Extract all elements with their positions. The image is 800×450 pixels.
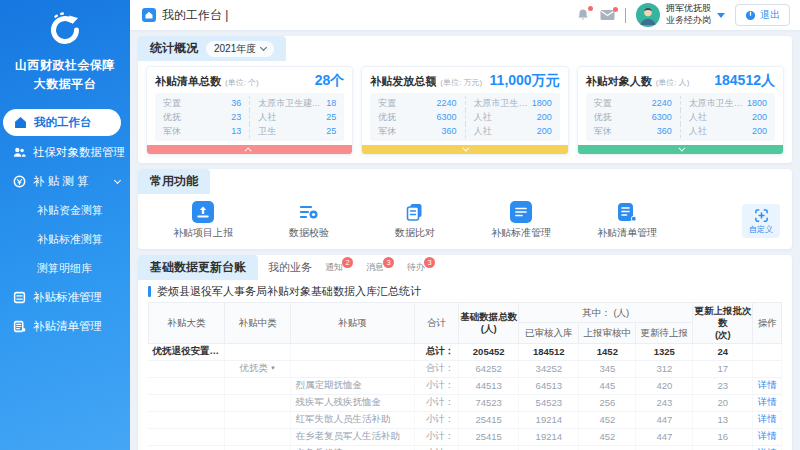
list-icon xyxy=(616,201,638,223)
quick-item-data-verify[interactable]: 数据校验 xyxy=(256,201,362,240)
table-subtitle: 娄烦县退役军人事务局补贴对象基础数据入库汇总统计 xyxy=(138,280,792,302)
cell-item: 义务兵优待 xyxy=(291,445,414,450)
accent-bar xyxy=(148,286,151,297)
brand-title: 山西财政社会保障 大数据平台 xyxy=(6,56,124,93)
cell-reviewing: 345 xyxy=(579,360,636,377)
col-header-agg: 合计 xyxy=(414,303,458,344)
col-header-action: 操作 xyxy=(753,303,782,344)
document-grid-icon xyxy=(13,291,26,304)
sidebar-item-social-data[interactable]: 社保对象数据管理 xyxy=(0,138,130,167)
stat-card-people-total: 补贴对象人数 (单位: 人) 184512人 安置2240太原市卫生建...18… xyxy=(577,66,784,155)
badge-todo[interactable]: 待办3 xyxy=(407,261,435,274)
chevron-down-icon xyxy=(463,145,470,152)
stats-section-title: 统计概况 xyxy=(150,40,198,57)
notification-bell-icon[interactable] xyxy=(576,8,590,22)
cell-reviewed: 34252 xyxy=(519,360,579,377)
quick-item-standard-mgmt[interactable]: 补贴标准管理 xyxy=(468,201,574,240)
cell-total: 64252 xyxy=(459,360,519,377)
cell-reviewing: 452 xyxy=(579,445,636,450)
chevron-down-icon xyxy=(260,44,267,51)
year-filter-dropdown[interactable]: 2021年度 xyxy=(206,41,274,57)
cell-major xyxy=(149,394,225,411)
people-icon xyxy=(13,146,26,159)
page-title: 我的工作台 | xyxy=(162,7,228,24)
cell-action xyxy=(753,360,782,377)
tab-ledger[interactable]: 基础数据更新台账 xyxy=(138,255,258,280)
sidebar-item-calc-detail[interactable]: 测算明细库 xyxy=(0,254,130,283)
sidebar-item-fund-calc[interactable]: 补贴资金测算 xyxy=(0,196,130,225)
cell-pending: 243 xyxy=(636,394,693,411)
table-row: 红军失散人员生活补助 小计： 25415 19214 452 447 13 详情 xyxy=(149,411,782,428)
detail-link[interactable]: 详情 xyxy=(753,428,782,445)
logout-button[interactable]: 退出 xyxy=(735,4,790,26)
user-menu[interactable]: 拥军优抚股 业务经办岗 xyxy=(636,3,725,27)
sidebar-item-label: 社保对象数据管理 xyxy=(33,145,125,160)
logo-icon xyxy=(47,12,83,48)
detail-link[interactable]: 详情 xyxy=(753,377,782,394)
cell-item: 在乡老复员军人生活补助 xyxy=(291,428,414,445)
cell-batches: 24 xyxy=(693,343,753,360)
cell-item: 烈属定期抚恤金 xyxy=(291,377,414,394)
cell-pending: 420 xyxy=(636,377,693,394)
table-row: 优抚类▼ 合计： 64252 34252 345 312 17 xyxy=(149,360,782,377)
cell-pending: 447 xyxy=(636,445,693,450)
upload-icon xyxy=(192,201,214,223)
cell-major xyxy=(149,428,225,445)
sidebar-item-label: 补贴标准管理 xyxy=(33,290,102,305)
divider xyxy=(625,8,626,23)
collapse-toggle-bar[interactable] xyxy=(362,145,567,154)
mail-icon[interactable] xyxy=(600,9,615,21)
summary-table: 补贴大类 补贴中类 补贴项 合计 基础数据总数 (人) 其中： (人) 更新上报… xyxy=(138,302,792,450)
chevron-down-icon xyxy=(114,177,121,184)
cell-mid: 优抚类▼ xyxy=(224,360,290,377)
stat-title: 补贴对象人数 xyxy=(586,74,652,89)
table-row: 烈属定期抚恤金 小计： 44513 64513 445 420 23 详情 xyxy=(149,377,782,394)
cell-mid xyxy=(224,445,290,450)
quick-item-list-mgmt[interactable]: 补贴清单管理 xyxy=(574,201,680,240)
cell-reviewing: 452 xyxy=(579,428,636,445)
stat-card-list-total: 补贴清单总数 (单位: 个) 28个 安置36太原市卫生建...18 优抚23人… xyxy=(146,66,353,155)
collapse-toggle-bar[interactable] xyxy=(147,145,352,154)
sidebar-item-subsidy-calc[interactable]: 补 贴 测 算 xyxy=(0,167,130,196)
detail-link[interactable]: 详情 xyxy=(753,394,782,411)
quick-item-data-compare[interactable]: 数据比对 xyxy=(362,201,468,240)
cell-item xyxy=(291,343,414,360)
sidebar-item-standard-mgmt[interactable]: 补贴标准管理 xyxy=(0,283,130,312)
cell-batches: 20 xyxy=(693,394,753,411)
badge-message[interactable]: 消息3 xyxy=(366,261,394,274)
stat-unit: (单位: 万元) xyxy=(440,77,485,88)
tab-my-business[interactable]: 我的业务 通知2 消息3 待办3 xyxy=(258,255,445,280)
col-header-major: 补贴大类 xyxy=(149,303,225,344)
detail-link[interactable]: 详情 xyxy=(753,411,782,428)
collapse-toggle-bar[interactable] xyxy=(578,145,783,154)
cell-major xyxy=(149,377,225,394)
chevron-up-icon xyxy=(245,147,252,154)
cell-agg: 小计： xyxy=(414,445,458,450)
sidebar-item-standard-calc[interactable]: 补贴标准测算 xyxy=(0,225,130,254)
sidebar: 山西财政社会保障 大数据平台 我的工作台 社保对象数据管理 补 贴 测 算 补贴… xyxy=(0,0,130,450)
cell-agg: 总计： xyxy=(414,343,458,360)
cell-reviewed: 19214 xyxy=(519,411,579,428)
cell-agg: 小计： xyxy=(414,394,458,411)
cell-major xyxy=(149,445,225,450)
caret-down-icon[interactable]: ▼ xyxy=(270,365,276,371)
table-row: 残疾军人残疾抚恤金 小计： 74523 54523 256 243 20 详情 xyxy=(149,394,782,411)
compare-icon xyxy=(404,201,426,223)
caret-down-icon[interactable]: ▼ xyxy=(221,348,224,354)
cell-pending: 1325 xyxy=(636,343,693,360)
quick-actions-body: 补贴项目上报 数据校验 数据比对 补贴标准管理 补贴清单管理 xyxy=(138,194,792,249)
badge-notice[interactable]: 通知2 xyxy=(325,261,353,274)
customize-button[interactable]: 自定义 xyxy=(742,204,780,238)
content: 统计概况 2021年度 补贴清单总数 (单位: 个) 28个 安置36太原市卫 xyxy=(130,30,800,450)
stat-value: 28个 xyxy=(315,72,345,90)
cell-pending: 312 xyxy=(636,360,693,377)
quick-item-project-upload[interactable]: 补贴项目上报 xyxy=(150,201,256,240)
chevron-down-icon xyxy=(717,13,725,18)
sidebar-item-workbench[interactable]: 我的工作台 xyxy=(3,109,121,136)
col-header-mid: 补贴中类 xyxy=(224,303,290,344)
cell-item xyxy=(291,360,414,377)
table-row: 义务兵优待 小计： 25415 19214 452 447 15 详情 xyxy=(149,445,782,450)
cell-reviewed: 19214 xyxy=(519,428,579,445)
sidebar-item-list-mgmt[interactable]: 补贴清单管理 xyxy=(0,312,130,341)
detail-link[interactable]: 详情 xyxy=(753,445,782,450)
